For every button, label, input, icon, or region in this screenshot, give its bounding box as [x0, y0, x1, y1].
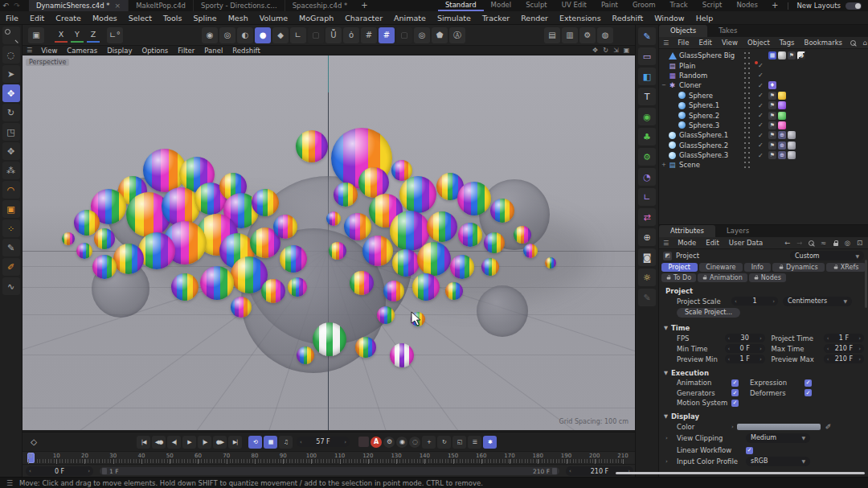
back-icon[interactable]: ←: [782, 238, 792, 248]
play-button[interactable]: ▶: [182, 436, 196, 449]
attribute-tab-cineware[interactable]: Cineware: [699, 263, 743, 272]
record-swatch[interactable]: [358, 437, 369, 447]
flag-tag[interactable]: ⚑: [768, 131, 776, 139]
flag-tag[interactable]: ⚑: [768, 151, 776, 159]
target-icon[interactable]: ◎: [842, 238, 853, 248]
snap-dot-icon[interactable]: ȯ: [343, 27, 359, 43]
visibility-dots[interactable]: [744, 72, 750, 79]
layout-tab-groom[interactable]: Groom: [625, 0, 663, 11]
ring-select-icon[interactable]: ◉: [202, 27, 218, 43]
workplane-icon[interactable]: ▣: [28, 27, 44, 43]
preview-range-slider[interactable]: 1 F 210 F: [100, 467, 559, 475]
layout-tab-uv-edit[interactable]: UV Edit: [555, 0, 594, 11]
spline-pen-icon[interactable]: ✎: [638, 27, 656, 45]
viewport-menu-view[interactable]: View: [36, 47, 62, 55]
loop-toggle[interactable]: ⟲: [248, 436, 262, 449]
viewport-menu-redshift[interactable]: Redshift: [227, 47, 265, 55]
attribute-tab-to-do[interactable]: To Do: [661, 273, 696, 282]
render-settings-button[interactable]: ⚙: [579, 27, 596, 43]
viewport-menu-cameras[interactable]: Cameras: [62, 47, 102, 55]
forward-icon[interactable]: →: [794, 238, 805, 248]
panel-tab-objects[interactable]: Objects: [659, 25, 707, 37]
flag-tag[interactable]: ⚑: [768, 92, 776, 100]
flag-tag[interactable]: ⚑: [768, 101, 776, 109]
visibility-dots[interactable]: [744, 92, 750, 99]
exchange-icon[interactable]: ⇄: [638, 208, 656, 226]
scale-project-button[interactable]: Scale Project...: [677, 308, 740, 318]
mat-gray-tag[interactable]: [788, 141, 796, 150]
magnet-snap-icon[interactable]: Ṻ: [326, 27, 342, 43]
document-tab-dynamicsheres-c4d[interactable]: DynamicSheres.c4d *×: [29, 0, 128, 11]
visibility-dots[interactable]: [744, 132, 750, 138]
flag-tag[interactable]: ⚑: [768, 141, 776, 150]
expression-checkbox[interactable]: ✓: [805, 379, 812, 387]
lock-icon[interactable]: [830, 238, 841, 248]
visibility-dots[interactable]: [744, 152, 750, 158]
hex-circle-icon[interactable]: ⬟: [432, 27, 448, 43]
animation-checkbox[interactable]: ✓: [731, 379, 739, 387]
light-icon[interactable]: ☼: [638, 269, 656, 286]
live-selection-icon[interactable]: ◌: [2, 46, 20, 64]
preview-min-field[interactable]: ‹1 F›: [725, 355, 765, 363]
redo-icon[interactable]: ↷: [11, 2, 23, 10]
menu-window[interactable]: Window: [649, 14, 690, 23]
layout-tab-standard[interactable]: Standard: [438, 0, 484, 11]
layout-tab-paint[interactable]: Paint: [594, 0, 625, 11]
menu-animate[interactable]: Animate: [388, 14, 432, 23]
menu-tools[interactable]: Tools: [158, 14, 187, 23]
linear-workflow-checkbox[interactable]: ✓: [746, 447, 753, 454]
layout-tab-model[interactable]: Model: [484, 0, 519, 11]
visibility-dots[interactable]: [744, 102, 750, 109]
menu-create[interactable]: Create: [50, 14, 87, 23]
key-scale-toggle[interactable]: ◱: [452, 436, 466, 449]
range-start-field[interactable]: ‹0 F›: [26, 466, 93, 476]
bubble-tag[interactable]: ⊕: [778, 131, 786, 139]
layout-tab-script[interactable]: Script: [695, 0, 730, 11]
menu-select[interactable]: Select: [123, 14, 158, 23]
autokey-button[interactable]: A: [371, 437, 382, 448]
prev-frame-button[interactable]: ◀|: [167, 436, 181, 449]
status-burger-icon[interactable]: ☰: [0, 479, 19, 487]
visibility-dots[interactable]: [744, 122, 750, 129]
object-row-sphere-1[interactable]: Sphere.1✓⚑: [659, 100, 868, 110]
attributes-menu-mode[interactable]: Mode: [673, 239, 701, 247]
input-color-profile-dropdown[interactable]: sRGB▼: [746, 457, 810, 466]
attribute-tab-nodes[interactable]: Nodes: [749, 273, 786, 282]
layout-tab-track[interactable]: Track: [663, 0, 695, 11]
subdivision-surface-icon[interactable]: ◉: [638, 108, 656, 125]
enabled-check-icon[interactable]: ✓: [758, 62, 764, 69]
objects-menu-view[interactable]: View: [717, 39, 743, 47]
plane-icon[interactable]: ▭: [638, 47, 656, 65]
enabled-check-icon[interactable]: ✓: [758, 121, 764, 129]
mat-green-tag[interactable]: [778, 112, 786, 120]
flag-tag[interactable]: ⚑: [768, 121, 776, 129]
menu-simulate[interactable]: Simulate: [432, 14, 477, 23]
camera-label[interactable]: Perspective: [26, 59, 69, 66]
generator-gear-icon[interactable]: ⚙: [638, 148, 656, 166]
home-icon[interactable]: ⌂: [860, 38, 868, 48]
object-row-sphere-3[interactable]: Sphere.3✓⚑: [659, 121, 868, 130]
add-layout-button[interactable]: +: [765, 0, 784, 11]
grid-quantize-icon[interactable]: #: [379, 27, 395, 43]
object-row-glasssphere-2[interactable]: GlassSphere.2✓⚑⊕: [659, 141, 868, 150]
attributes-scrollbar[interactable]: [865, 260, 867, 308]
points-tool[interactable]: ⁘: [2, 219, 20, 237]
enabled-check-icon[interactable]: ✓: [758, 72, 764, 79]
close-tab-icon[interactable]: ×: [115, 0, 121, 11]
flag-tag[interactable]: ⚑: [768, 112, 776, 120]
menu-spline[interactable]: Spline: [187, 14, 222, 23]
min-time-field[interactable]: ‹0 F›: [725, 344, 765, 353]
object-row-random[interactable]: ▦Random✓: [659, 71, 868, 80]
scatter-move-icon[interactable]: ⁂: [2, 162, 20, 179]
fps-field[interactable]: ‹30›: [725, 334, 765, 342]
shield-tag[interactable]: ♦: [768, 81, 776, 89]
object-row-glasssphere-1[interactable]: GlassSphere.1✓⚑⊕: [659, 130, 868, 140]
attribute-tab-project[interactable]: Project: [661, 263, 698, 272]
motion-system-checkbox[interactable]: ✓: [731, 400, 739, 407]
expander-icon[interactable]: −: [661, 82, 667, 88]
globe-icon[interactable]: ⊕: [638, 228, 656, 246]
menu-render[interactable]: Render: [515, 14, 554, 23]
material-sphere-icon[interactable]: ◍: [597, 27, 613, 43]
menu-tracker[interactable]: Tracker: [477, 14, 515, 23]
enabled-check-icon[interactable]: ✓: [758, 152, 764, 159]
